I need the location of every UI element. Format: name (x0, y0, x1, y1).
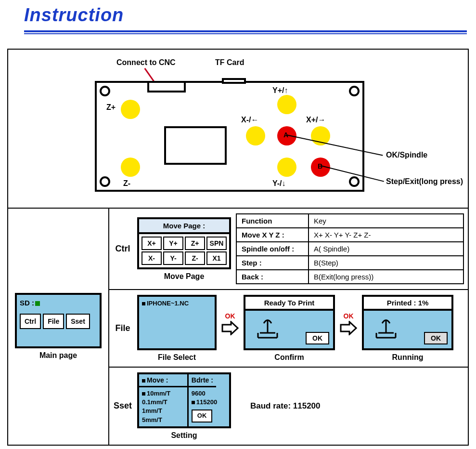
confirm-screen: Ready To Print OK (244, 295, 335, 350)
z-minus-button[interactable] (121, 158, 140, 177)
ctrl-button[interactable]: Ctrl (20, 314, 41, 329)
ok-arrow-label-2: OK (344, 312, 354, 320)
arrow-right-icon (340, 321, 357, 335)
x-plus-label: X+/→ (306, 116, 325, 124)
tf-card-slot (222, 78, 246, 84)
sset-button[interactable]: Sset (66, 314, 90, 329)
move-zminus[interactable]: Z- (185, 251, 205, 265)
move-x1[interactable]: X1 (206, 251, 227, 265)
sset-row-label: Sset (113, 401, 132, 411)
main-page-col: SD : Ctrl File Sset Main page (8, 209, 109, 445)
setting-row: Sset Move : Bdrte : 10mm/T 0.1mm/T 1mm/T (109, 368, 468, 445)
z-plus-label: Z+ (106, 103, 116, 112)
confirm-caption: Confirm (274, 353, 304, 362)
z-plus-button[interactable] (121, 100, 140, 119)
right-col: Ctrl Move Page : X+ Y+ Z+ SPN X- Y- Z- X… (109, 209, 468, 445)
x-minus-button[interactable] (246, 126, 265, 145)
setting-screen: Move : Bdrte : 10mm/T 0.1mm/T 1mm/T 5mm/… (137, 372, 231, 428)
cnc-router-icon (254, 315, 281, 341)
y-plus-label: Y+/↑ (272, 86, 288, 95)
ctrl-row-label: Ctrl (113, 244, 132, 254)
file-button[interactable]: File (43, 314, 64, 329)
y-plus-button[interactable] (277, 95, 296, 114)
cnc-connector (147, 81, 186, 92)
baud-options[interactable]: 9600 115200 OK (189, 387, 220, 426)
bottom-grid: SD : Ctrl File Sset Main page Ctrl Move … (8, 209, 468, 445)
ok-arrow-label: OK (225, 312, 235, 320)
y-minus-button[interactable] (277, 158, 296, 177)
tf-card-label: TF Card (215, 58, 244, 67)
ready-header: Ready To Print (245, 297, 333, 311)
running-ok-button[interactable]: OK (424, 332, 448, 344)
move-header: Move : (139, 374, 189, 387)
arrow-1: OK (221, 312, 239, 335)
mounting-hole-icon (349, 86, 360, 96)
sd-status-icon (35, 301, 40, 306)
setting-ok-button[interactable]: OK (192, 409, 213, 422)
y-minus-label: Y-/↓ (272, 179, 286, 188)
baud-rate-text: Baud rate: 115200 (250, 401, 321, 411)
confirm-ok-button[interactable]: OK (306, 332, 329, 344)
move-yminus[interactable]: Y- (163, 251, 183, 265)
mounting-hole-icon (349, 176, 360, 187)
lcd-screen (164, 126, 227, 165)
ctrl-row: Ctrl Move Page : X+ Y+ Z+ SPN X- Y- Z- X… (109, 209, 468, 290)
move-yplus[interactable]: Y+ (163, 237, 183, 250)
page-title: Instruction (0, 0, 476, 30)
board-section: Connect to CNC TF Card Z+ Z- Y+/↑ X-/← (8, 50, 468, 209)
move-xminus[interactable]: X- (142, 251, 162, 265)
move-page-caption: Move Page (164, 272, 205, 281)
main-page-screen: SD : Ctrl File Sset (15, 293, 102, 348)
file-select-screen: IPHONE~1.NC (137, 295, 217, 350)
bdrte-header: Bdrte : (189, 374, 216, 387)
pcb-board: Z+ Z- Y+/↑ X-/← X+/→ A Y-/↓ B (95, 81, 364, 192)
main-container: Connect to CNC TF Card Z+ Z- Y+/↑ X-/← (7, 49, 469, 446)
ok-spindle-label: OK/Spindle (386, 151, 427, 159)
cnc-router-icon (373, 315, 399, 341)
mounting-hole-icon (100, 86, 110, 96)
file-row-label: File (113, 323, 132, 333)
arrow-2: OK (340, 312, 357, 335)
file-select-caption: File Select (158, 353, 196, 362)
z-minus-label: Z- (123, 179, 130, 188)
title-underline (24, 30, 467, 34)
move-page-header: Move Page : (139, 219, 229, 234)
printed-header: Printed : 1% (364, 297, 451, 311)
move-page-screen: Move Page : X+ Y+ Z+ SPN X- Y- Z- X1 (137, 217, 231, 269)
file-name[interactable]: IPHONE~1.NC (147, 300, 189, 307)
file-row: File IPHONE~1.NC File Select OK Ready To… (109, 290, 468, 368)
arrow-right-icon (221, 321, 239, 335)
setting-caption: Setting (171, 431, 197, 440)
step-exit-label: Step/Exit(long press) (386, 177, 463, 186)
sd-indicator: SD : (20, 299, 97, 307)
move-xplus[interactable]: X+ (142, 237, 162, 250)
move-zplus[interactable]: Z+ (185, 237, 205, 250)
running-caption: Running (392, 353, 424, 362)
main-page-caption: Main page (39, 351, 77, 360)
connect-cnc-label: Connect to CNC (116, 58, 176, 67)
mounting-hole-icon (100, 176, 110, 187)
move-options[interactable]: 10mm/T 0.1mm/T 1mm/T 5mm/T (139, 387, 189, 426)
move-spn[interactable]: SPN (206, 237, 227, 250)
function-table: FunctionKey Move X Y Z :X+ X- Y+ Y- Z+ Z… (236, 213, 464, 284)
x-minus-label: X-/← (241, 116, 258, 124)
running-screen: Printed : 1% OK (362, 295, 453, 350)
